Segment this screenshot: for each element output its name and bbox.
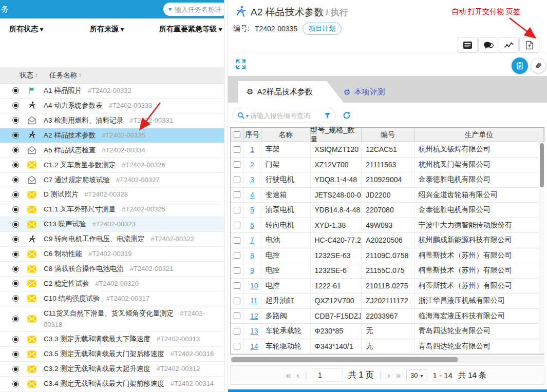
task-row[interactable]: C3.3 测定无载和满载最大下降速度 #T2402-00313: [0, 332, 224, 347]
task-row[interactable]: C9 转向电机工作电压、电流测定 #T2402-00322: [0, 232, 224, 247]
radio-status-icon[interactable]: [12, 381, 19, 387]
table-row[interactable]: 8 电控 1232SE-63 21109C.0758 柯蒂斯技术（苏州）有限公司: [231, 248, 544, 264]
radio-status-icon[interactable]: [12, 191, 19, 198]
table-row[interactable]: 11 起升油缸 QXZ12V700 ZJ202111172 浙江华昌液压机械有限…: [231, 293, 544, 309]
row-checkbox[interactable]: [234, 161, 240, 168]
row-checkbox[interactable]: [234, 222, 240, 228]
task-name[interactable]: C8 满载联合操作电池电流: [44, 265, 124, 272]
table-row[interactable]: 10 电控 1222-61 21011B.0275 柯蒂斯技术（苏州）有限公司: [231, 279, 544, 294]
radio-status-icon[interactable]: [12, 336, 19, 343]
task-row[interactable]: A5 样品状态检查 #T2402-00334: [0, 143, 224, 158]
radio-status-icon[interactable]: [12, 316, 19, 322]
serial-number-link[interactable]: 5: [248, 206, 254, 214]
task-name[interactable]: A5 样品状态检查: [44, 146, 96, 154]
comments-button[interactable]: [478, 37, 498, 53]
first-page-button[interactable]: [286, 371, 291, 380]
chevron-down-icon[interactable]: [168, 6, 172, 13]
chevron-down-icon[interactable]: [246, 113, 249, 119]
radio-status-icon[interactable]: [12, 177, 19, 183]
radio-status-icon[interactable]: [12, 206, 19, 213]
table-row[interactable]: 4 变速箱 JETS248-00-0 JD2200 绍兴金道齿轮箱有限公司: [231, 188, 544, 203]
activity-chart-button[interactable]: [499, 37, 519, 53]
task-row[interactable]: D 测试照片 #T2402-00328: [0, 187, 224, 202]
task-name[interactable]: D 测试照片: [44, 190, 79, 198]
task-row[interactable]: C1.2 叉车质量参数测定 #T2402-00326: [0, 158, 224, 173]
radio-status-icon[interactable]: [12, 251, 19, 258]
task-name[interactable]: C10 结构强度试验: [44, 295, 100, 302]
row-checkbox[interactable]: [234, 343, 240, 349]
task-name[interactable]: C7 通过规定爬坡试验: [44, 176, 110, 184]
radio-status-icon[interactable]: [12, 236, 19, 243]
task-name[interactable]: A4 动力系统参数表: [44, 102, 103, 109]
table-row[interactable]: 5 油泵电机 YDB14.8-4-48 2207080 金泰德胜电机有限公司: [231, 203, 544, 218]
task-row[interactable]: C7 通过规定爬坡试验 #T2402-00327: [0, 173, 224, 188]
task-name[interactable]: C1.2 叉车质量参数测定: [44, 161, 116, 169]
serial-number-link[interactable]: 6: [248, 221, 254, 229]
task-name[interactable]: C9 转向电机工作电压、电流测定: [44, 235, 145, 243]
row-checkbox[interactable]: [234, 328, 240, 335]
fullscreen-expand-icon[interactable]: [235, 58, 247, 71]
serial-number-link[interactable]: 14: [248, 342, 258, 350]
task-row[interactable]: C1.1 叉车外部尺寸测量 #T2402-00325: [0, 202, 224, 217]
table-row[interactable]: 6 转向电机 XYD-1.38 49W093 宁波中大力德智能传动股份有: [231, 218, 544, 233]
task-row[interactable]: C3.4 测定无载和满载最大门架前移速度 #T2402-00314: [0, 377, 224, 391]
filter-funnel-icon[interactable]: [324, 112, 331, 119]
task-name[interactable]: A3 检测用燃料、油料记录: [44, 116, 123, 124]
task-row[interactable]: C3.2 测定无载和满载最大起升速度 #T2402-00312: [0, 362, 224, 377]
task-search-input[interactable]: [175, 6, 221, 13]
task-row[interactable]: A1 样品照片 #T2402-00332: [0, 84, 224, 99]
row-checkbox[interactable]: [234, 252, 240, 259]
table-row[interactable]: 1 车架 XSIQMZT120 12CAC51 杭州杭叉钣焊有限公司: [231, 142, 544, 158]
sort-icon[interactable]: ▲▼: [35, 73, 38, 78]
radio-status-icon[interactable]: [12, 295, 19, 302]
last-page-button[interactable]: [396, 371, 401, 380]
row-checkbox[interactable]: [234, 207, 240, 213]
project-plan-tag[interactable]: 项目计划: [303, 23, 342, 35]
filter-source[interactable]: 所有来源: [90, 25, 124, 34]
table-row[interactable]: 2 门架 XZ12V700 21111563 杭州杭叉门架有限公司: [231, 158, 544, 173]
task-name[interactable]: C2 稳定性试验: [44, 280, 89, 287]
table-row[interactable]: 3 行驶电机 YDQ8.1-4-48 210929004 金泰德胜电机有限公司: [231, 172, 544, 188]
search-icon[interactable]: [237, 112, 244, 119]
radio-status-icon[interactable]: [12, 147, 19, 153]
filter-status[interactable]: 所有状态: [9, 25, 43, 34]
table-row[interactable]: 12 多路阀 CDB7-F15DZJ1-04 22033967 临海海宏液压科技…: [231, 309, 544, 324]
sort-icon[interactable]: ▲▼: [79, 73, 82, 78]
select-all-checkbox[interactable]: [234, 131, 240, 138]
task-row[interactable]: C6 制动性能 #T2402-00319: [0, 247, 224, 262]
task-row[interactable]: C2 稳定性试验 #T2402-00320: [0, 277, 224, 291]
row-checkbox[interactable]: [234, 146, 240, 153]
task-row[interactable]: C10 结构强度试验 #T2402-00317: [0, 291, 224, 306]
filter-priority[interactable]: 所有重要紧急等级: [159, 25, 222, 34]
serial-number-link[interactable]: 7: [248, 236, 254, 244]
refresh-icon[interactable]: [342, 111, 351, 122]
row-checkbox[interactable]: [234, 267, 240, 274]
task-name[interactable]: C3.5 测定无载和满载最大门架后移速度: [44, 350, 164, 358]
radio-status-icon[interactable]: [12, 280, 19, 287]
task-row[interactable]: C3.5 测定无载和满载最大门架后移速度 #T2402-00316: [0, 347, 224, 362]
report-search-box[interactable]: [232, 108, 336, 123]
form-view-button[interactable]: [458, 37, 478, 53]
serial-number-link[interactable]: 11: [248, 297, 258, 305]
radio-status-icon[interactable]: [12, 351, 19, 358]
serial-number-link[interactable]: 1: [248, 145, 254, 153]
radio-status-icon[interactable]: [12, 132, 19, 139]
serial-number-link[interactable]: 10: [248, 282, 258, 290]
serial-number-link[interactable]: 13: [248, 327, 258, 335]
tab-evaluation[interactable]: 本项评测: [344, 87, 385, 97]
page-number-input[interactable]: [313, 368, 343, 382]
task-row[interactable]: C11货叉自然下滑量、货叉倾角变化量测定 #T2402-00318: [0, 306, 224, 332]
tab-a2-parameters[interactable]: A2样品技术参数: [238, 81, 344, 103]
task-row[interactable]: C13 噪声试验 #T2402-00323: [0, 217, 224, 232]
task-name[interactable]: C11货叉自然下滑量、货叉倾角变化量测定: [44, 309, 174, 317]
task-row[interactable]: A2 样品技术参数 #T2402-00335: [0, 128, 224, 143]
next-page-button[interactable]: [387, 371, 390, 380]
serial-number-link[interactable]: 2: [248, 161, 254, 169]
radio-status-icon[interactable]: [12, 366, 19, 373]
task-name[interactable]: C3.4 测定无载和满载最大门架前移速度: [44, 380, 164, 387]
serial-number-link[interactable]: 3: [248, 175, 254, 184]
task-name[interactable]: A1 样品照片: [44, 87, 82, 94]
task-name[interactable]: C3.2 测定无载和满载最大起升速度: [44, 365, 150, 373]
prev-page-button[interactable]: [296, 371, 299, 380]
task-name[interactable]: C3.3 测定无载和满载最大下降速度: [44, 335, 150, 343]
